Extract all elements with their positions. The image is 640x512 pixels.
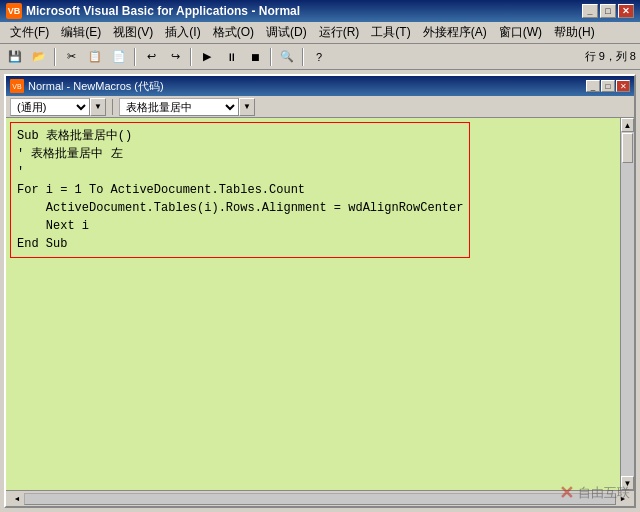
dropdown-separator <box>112 99 113 115</box>
toolbar-separator-2 <box>134 48 136 66</box>
menu-edit[interactable]: 编辑(E) <box>55 22 107 43</box>
watermark: ✕ 自由互联 <box>559 482 630 504</box>
title-bar: VB Microsoft Visual Basic for Applicatio… <box>0 0 640 22</box>
menu-debug[interactable]: 调试(D) <box>260 22 313 43</box>
toolbar-separator-1 <box>54 48 56 66</box>
menu-window[interactable]: 窗口(W) <box>493 22 548 43</box>
inner-window: VB Normal - NewMacros (代码) _ □ ✕ (通用) ▼ … <box>4 74 636 508</box>
code-line-1: Sub 表格批量居中() <box>17 127 463 145</box>
minimize-button[interactable]: _ <box>582 4 598 18</box>
menu-insert[interactable]: 插入(I) <box>159 22 206 43</box>
app-title: Microsoft Visual Basic for Applications … <box>26 4 582 18</box>
procedure-dropdown[interactable]: 表格批量居中 <box>119 98 239 116</box>
inner-minimize-btn[interactable]: _ <box>586 80 600 92</box>
inner-maximize-btn[interactable]: □ <box>601 80 615 92</box>
inner-window-icon: VB <box>10 79 24 93</box>
dropdown-bar: (通用) ▼ 表格批量居中 ▼ <box>6 96 634 118</box>
toolbar-open-btn[interactable]: 📂 <box>28 47 50 67</box>
app-icon: VB <box>6 3 22 19</box>
toolbar-run-btn[interactable]: ▶ <box>196 47 218 67</box>
toolbar-undo-btn[interactable]: ↩ <box>140 47 162 67</box>
procedure-dropdown-arrow[interactable]: ▼ <box>239 98 255 116</box>
toolbar-separator-3 <box>190 48 192 66</box>
toolbar-paste-btn[interactable]: 📄 <box>108 47 130 67</box>
scroll-up-btn[interactable]: ▲ <box>621 118 634 132</box>
menu-bar: 文件(F) 编辑(E) 视图(V) 插入(I) 格式(O) 调试(D) 运行(R… <box>0 22 640 44</box>
code-line-4: For i = 1 To ActiveDocument.Tables.Count <box>17 181 463 199</box>
inner-title-bar: VB Normal - NewMacros (代码) _ □ ✕ <box>6 76 634 96</box>
vertical-scrollbar[interactable]: ▲ ▼ <box>620 118 634 490</box>
code-box: Sub 表格批量居中() ' 表格批量居中 左 ' For i = 1 To A… <box>10 122 470 258</box>
main-area: VB Normal - NewMacros (代码) _ □ ✕ (通用) ▼ … <box>0 70 640 512</box>
menu-run[interactable]: 运行(R) <box>313 22 366 43</box>
toolbar-break-btn[interactable]: ⏸ <box>220 47 242 67</box>
toolbar-help-btn[interactable]: ? <box>308 47 330 67</box>
toolbar-find-btn[interactable]: 🔍 <box>276 47 298 67</box>
menu-file[interactable]: 文件(F) <box>4 22 55 43</box>
toolbar-status: 行 9，列 8 <box>585 49 636 64</box>
horizontal-scrollbar[interactable] <box>24 493 616 505</box>
toolbar-reset-btn[interactable]: ⏹ <box>244 47 266 67</box>
scroll-track[interactable] <box>621 132 634 476</box>
menu-format[interactable]: 格式(O) <box>207 22 260 43</box>
inner-close-btn[interactable]: ✕ <box>616 80 630 92</box>
menu-help[interactable]: 帮助(H) <box>548 22 601 43</box>
toolbar-cut-btn[interactable]: ✂ <box>60 47 82 67</box>
menu-tools[interactable]: 工具(T) <box>365 22 416 43</box>
code-editor[interactable]: Sub 表格批量居中() ' 表格批量居中 左 ' For i = 1 To A… <box>6 118 620 490</box>
close-button[interactable]: ✕ <box>618 4 634 18</box>
toolbar-redo-btn[interactable]: ↪ <box>164 47 186 67</box>
context-dropdown[interactable]: (通用) <box>10 98 90 116</box>
toolbar-copy-btn[interactable]: 📋 <box>84 47 106 67</box>
toolbar: 💾 📂 ✂ 📋 📄 ↩ ↪ ▶ ⏸ ⏹ 🔍 ? 行 9，列 8 <box>0 44 640 70</box>
context-dropdown-arrow[interactable]: ▼ <box>90 98 106 116</box>
toolbar-separator-5 <box>302 48 304 66</box>
watermark-text: 自由互联 <box>578 484 630 502</box>
toolbar-separator-4 <box>270 48 272 66</box>
toolbar-save-btn[interactable]: 💾 <box>4 47 26 67</box>
inner-title-buttons: _ □ ✕ <box>586 80 630 92</box>
menu-view[interactable]: 视图(V) <box>107 22 159 43</box>
maximize-button[interactable]: □ <box>600 4 616 18</box>
code-line-7: End Sub <box>17 235 463 253</box>
scroll-left-btn[interactable]: ◄ <box>10 493 24 505</box>
editor-wrapper: Sub 表格批量居中() ' 表格批量居中 左 ' For i = 1 To A… <box>6 118 634 490</box>
watermark-icon: ✕ <box>559 482 574 504</box>
bottom-bar: ◄ ► <box>6 490 634 506</box>
scroll-thumb[interactable] <box>622 133 633 163</box>
title-bar-buttons: _ □ ✕ <box>582 4 634 18</box>
code-line-3: ' <box>17 163 463 181</box>
code-line-5: ActiveDocument.Tables(i).Rows.Alignment … <box>17 199 463 217</box>
menu-addins[interactable]: 外接程序(A) <box>417 22 493 43</box>
code-line-2: ' 表格批量居中 左 <box>17 145 463 163</box>
code-line-6: Next i <box>17 217 463 235</box>
inner-window-title: Normal - NewMacros (代码) <box>28 79 586 94</box>
